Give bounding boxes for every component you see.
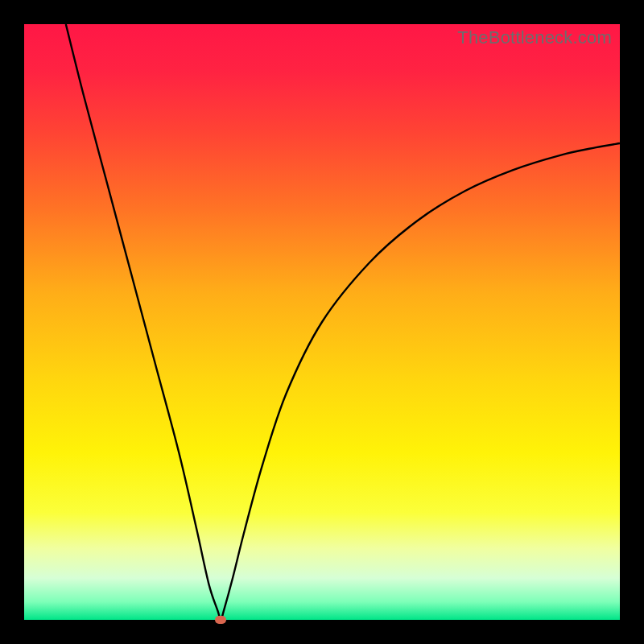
bottleneck-curve [24,24,620,620]
curve-path [66,24,620,620]
plot-area: TheBottleneck.com [24,24,620,620]
chart-frame: TheBottleneck.com [0,0,644,644]
min-marker [215,616,226,624]
